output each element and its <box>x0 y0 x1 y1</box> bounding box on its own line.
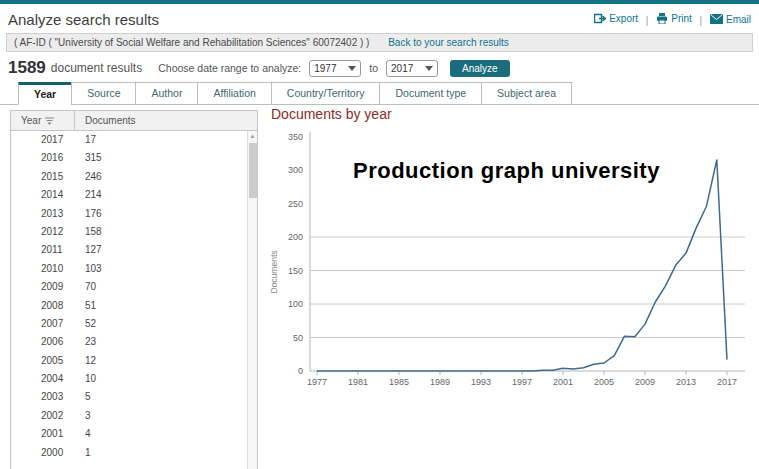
table-row[interactable]: 200623 <box>11 333 257 351</box>
tab-document-type[interactable]: Document type <box>379 82 482 105</box>
separator: | <box>646 15 649 26</box>
print-button[interactable]: Print <box>656 13 692 24</box>
print-icon <box>656 13 668 24</box>
analyze-button[interactable]: Analyze <box>450 60 510 77</box>
table-scrollbar[interactable]: ▲ <box>247 131 257 469</box>
documents-cell: 176 <box>75 205 102 223</box>
export-button[interactable]: Export <box>594 13 638 24</box>
x-tick-label: 2017 <box>717 377 737 387</box>
table-row[interactable]: 200851 <box>11 297 257 315</box>
table-row[interactable]: 20001 <box>11 444 257 462</box>
documents-cell: 246 <box>75 168 102 186</box>
to-year-select[interactable]: 2017 <box>386 60 438 77</box>
year-column-label: Year <box>21 111 41 130</box>
year-cell: 2006 <box>11 333 75 351</box>
year-cell: 2008 <box>11 297 75 315</box>
y-tick-label: 350 <box>288 132 303 142</box>
year-cell: 2004 <box>11 370 75 388</box>
table-row[interactable]: 2012158 <box>11 223 257 241</box>
date-range-label: Choose date range to analyze: <box>158 62 301 74</box>
y-tick-label: 100 <box>288 299 303 309</box>
column-header-year[interactable]: Year <box>11 111 75 130</box>
x-tick-label: 1977 <box>307 377 327 387</box>
table-row[interactable]: 200410 <box>11 370 257 388</box>
table-header: Year Documents <box>11 111 257 131</box>
documents-cell: 12 <box>75 352 96 370</box>
year-cell: 2017 <box>11 131 75 149</box>
table-row[interactable]: 2014214 <box>11 186 257 204</box>
table-row[interactable]: 20035 <box>11 388 257 406</box>
documents-cell: 4 <box>75 425 91 443</box>
scrollbar-up-arrow[interactable]: ▲ <box>248 131 257 141</box>
year-cell: 2011 <box>11 241 75 259</box>
table-body: 2017172016315201524620142142013176201215… <box>11 131 257 462</box>
tab-author[interactable]: Author <box>135 82 198 105</box>
tab-country-territory[interactable]: Country/Territory <box>271 82 381 105</box>
documents-cell: 23 <box>75 333 96 351</box>
email-label: Email <box>726 14 751 25</box>
tab-year[interactable]: Year <box>18 82 72 105</box>
table-row[interactable]: 200752 <box>11 315 257 333</box>
table-row[interactable]: 20023 <box>11 407 257 425</box>
documents-by-year-chart: Documents by year 0501001502002503003501… <box>265 106 757 441</box>
year-cell: 2002 <box>11 407 75 425</box>
to-label: to <box>369 62 378 74</box>
tab-subject-area[interactable]: Subject area <box>481 82 572 105</box>
year-cell: 2001 <box>11 425 75 443</box>
email-icon <box>710 14 723 24</box>
year-cell: 2016 <box>11 149 75 167</box>
table-row[interactable]: 2010103 <box>11 260 257 278</box>
x-tick-label: 1981 <box>348 377 368 387</box>
documents-line-series <box>317 160 727 371</box>
from-year-select[interactable]: 1977 <box>309 60 361 77</box>
table-row[interactable]: 2016315 <box>11 149 257 167</box>
table-row[interactable]: 200970 <box>11 278 257 296</box>
year-cell: 2012 <box>11 223 75 241</box>
email-button[interactable]: Email <box>710 14 751 25</box>
tab-affiliation[interactable]: Affiliation <box>197 82 271 105</box>
x-tick-label: 2009 <box>635 377 655 387</box>
documents-cell: 5 <box>75 388 91 406</box>
table-row[interactable]: 201717 <box>11 131 257 149</box>
documents-cell: 70 <box>75 278 96 296</box>
year-cell: 2007 <box>11 315 75 333</box>
year-cell: 2015 <box>11 168 75 186</box>
table-row[interactable]: 20014 <box>11 425 257 443</box>
table-row[interactable]: 2011127 <box>11 241 257 259</box>
y-tick-label: 150 <box>288 266 303 276</box>
documents-cell: 3 <box>75 407 91 425</box>
column-header-documents[interactable]: Documents <box>75 111 136 130</box>
year-cell: 2014 <box>11 186 75 204</box>
chart-annotation: Production graph university <box>345 156 668 186</box>
back-to-results-link[interactable]: Back to your search results <box>388 37 509 48</box>
table-row[interactable]: 2015246 <box>11 168 257 186</box>
chevron-down-icon <box>348 66 356 71</box>
print-label: Print <box>671 13 692 24</box>
table-row[interactable]: 2013176 <box>11 205 257 223</box>
table-row[interactable]: 200512 <box>11 352 257 370</box>
search-query-text: ( AF-ID ( "University of Social Welfare … <box>14 37 369 48</box>
from-year-value: 1977 <box>314 63 336 74</box>
documents-cell: 127 <box>75 241 102 259</box>
chevron-down-icon <box>425 66 433 71</box>
documents-cell: 103 <box>75 260 102 278</box>
y-axis-label: Documents <box>269 251 279 294</box>
scrollbar-thumb[interactable] <box>249 143 257 198</box>
document-count-label: document results <box>51 61 142 75</box>
documents-cell: 10 <box>75 370 96 388</box>
tab-source[interactable]: Source <box>71 82 136 105</box>
documents-cell: 158 <box>75 223 102 241</box>
to-year-value: 2017 <box>391 63 413 74</box>
query-bar: ( AF-ID ( "University of Social Welfare … <box>6 33 753 52</box>
y-tick-label: 300 <box>288 165 303 175</box>
documents-cell: 1 <box>75 444 91 462</box>
year-cell: 2003 <box>11 388 75 406</box>
export-icon <box>594 13 606 24</box>
export-label: Export <box>609 13 638 24</box>
document-count: 1589 <box>8 58 46 78</box>
year-cell: 2005 <box>11 352 75 370</box>
documents-cell: 51 <box>75 297 96 315</box>
x-tick-label: 2013 <box>676 377 696 387</box>
documents-cell: 52 <box>75 315 96 333</box>
x-tick-label: 1985 <box>389 377 409 387</box>
